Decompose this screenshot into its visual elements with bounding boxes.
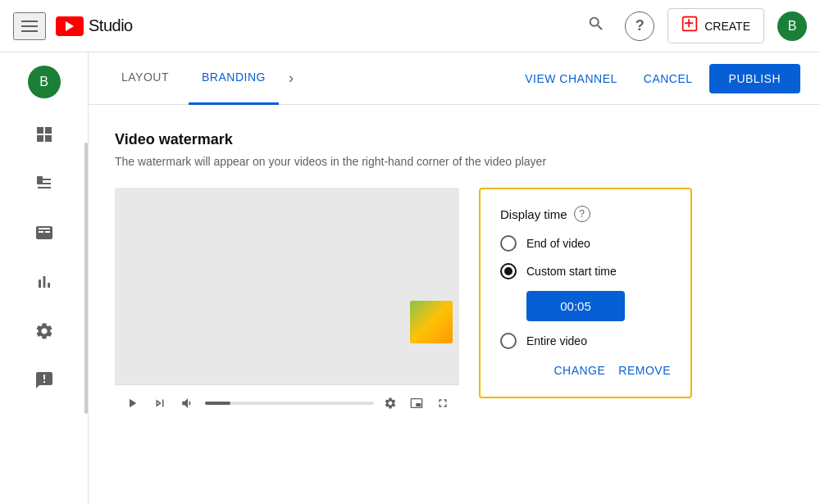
tab-actions: VIEW CHANNEL CANCEL PUBLISH: [515, 64, 800, 93]
create-button[interactable]: CREATE: [667, 8, 764, 43]
page-content: Video watermark The watermark will appea…: [89, 105, 820, 447]
volume-button[interactable]: [177, 393, 198, 414]
sidebar-item-settings[interactable]: [11, 308, 77, 354]
tab-chevron-icon: ›: [289, 70, 294, 87]
svg-rect-1: [37, 176, 43, 184]
main-layout: B Layout Branding ›: [0, 52, 820, 504]
create-icon: [681, 16, 698, 36]
fullscreen-button[interactable]: [433, 393, 453, 413]
header-left: Studio: [13, 12, 133, 40]
entire-video-radio[interactable]: [500, 333, 517, 349]
time-input-wrap: [526, 291, 671, 321]
display-time-box: Display time ? End of video Custom start…: [479, 188, 692, 398]
sidebar-item-dashboard[interactable]: [11, 111, 77, 157]
publish-button[interactable]: PUBLISH: [709, 64, 800, 93]
display-time-title: Display time: [500, 207, 567, 221]
sidebar: B: [0, 52, 89, 504]
video-frame: [115, 188, 459, 384]
change-button[interactable]: CHANGE: [554, 361, 605, 380]
time-input[interactable]: [526, 291, 625, 321]
radio-selected-dot: [504, 267, 512, 275]
tab-layout[interactable]: Layout: [108, 52, 182, 105]
custom-start-time-label: Custom start time: [526, 265, 617, 278]
end-of-video-option[interactable]: End of video: [500, 235, 671, 252]
next-button[interactable]: [149, 393, 171, 414]
custom-start-time-radio[interactable]: [500, 263, 517, 279]
display-time-help[interactable]: ?: [574, 206, 590, 222]
view-channel-button[interactable]: VIEW CHANNEL: [515, 66, 627, 92]
watermark-thumbnail: [410, 301, 453, 343]
section-desc: The watermark will appear on your videos…: [115, 155, 794, 168]
tab-branding[interactable]: Branding: [189, 52, 279, 105]
cancel-button[interactable]: CANCEL: [634, 66, 703, 92]
yt-icon: [56, 16, 84, 36]
section-title: Video watermark: [115, 131, 794, 148]
search-button[interactable]: [581, 8, 612, 44]
progress-fill: [205, 402, 230, 405]
sidebar-item-feedback[interactable]: [11, 357, 77, 403]
watermark-area: Display time ? End of video Custom start…: [115, 188, 794, 420]
sidebar-item-subtitles[interactable]: [11, 210, 77, 256]
video-player: [115, 188, 459, 420]
sidebar-avatar[interactable]: B: [28, 66, 61, 98]
video-controls: [115, 384, 459, 420]
play-button[interactable]: [121, 393, 143, 414]
end-of-video-label: End of video: [526, 237, 590, 250]
hamburger-menu[interactable]: [13, 12, 46, 40]
studio-logo-text: Studio: [89, 16, 133, 35]
miniplayer-button[interactable]: [407, 393, 426, 413]
sidebar-item-analytics[interactable]: [11, 259, 77, 305]
create-label: CREATE: [704, 20, 750, 33]
sidebar-scrollbar[interactable]: [84, 143, 88, 414]
entire-video-label: Entire video: [526, 334, 587, 347]
display-time-actions: CHANGE REMOVE: [500, 361, 671, 380]
user-avatar[interactable]: B: [777, 11, 807, 41]
custom-start-time-option[interactable]: Custom start time: [500, 263, 671, 279]
header-right: ? CREATE B: [581, 8, 807, 44]
content-area: Layout Branding › VIEW CHANNEL CANCEL PU…: [89, 52, 820, 504]
tab-bar: Layout Branding › VIEW CHANNEL CANCEL PU…: [89, 52, 820, 105]
end-of-video-radio[interactable]: [500, 235, 517, 252]
entire-video-option[interactable]: Entire video: [500, 333, 671, 349]
youtube-logo: Studio: [56, 16, 133, 36]
settings-button[interactable]: [380, 393, 400, 413]
remove-button[interactable]: REMOVE: [618, 361, 671, 380]
display-time-header: Display time ?: [500, 206, 671, 222]
header: Studio ? CREATE B: [0, 0, 820, 52]
progress-bar[interactable]: [205, 402, 374, 405]
help-button[interactable]: ?: [625, 11, 654, 41]
sidebar-item-content[interactable]: [11, 161, 77, 207]
watermark-thumb-image: [410, 301, 453, 343]
